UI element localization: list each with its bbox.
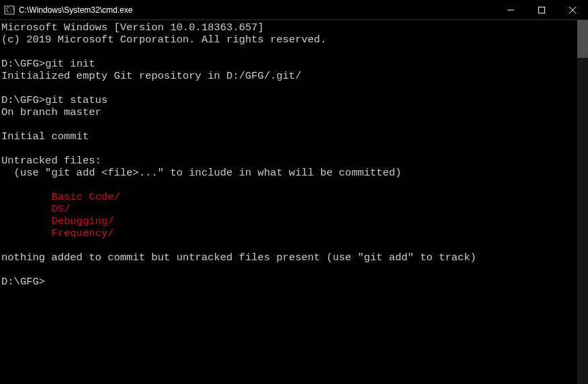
output-line: Initial commit xyxy=(1,130,89,143)
command: git status xyxy=(45,94,108,106)
close-button[interactable] xyxy=(557,0,588,20)
untracked-file: Debugging/ xyxy=(1,215,114,227)
prompt: D:\GFG> xyxy=(1,276,45,288)
command: git init xyxy=(45,58,95,70)
output-line: nothing added to commit but untracked fi… xyxy=(1,252,476,264)
output-line: Initialized empty Git repository in D:/G… xyxy=(1,70,301,82)
minimize-button[interactable] xyxy=(495,0,526,20)
window-title: C:\Windows\System32\cmd.exe xyxy=(19,5,495,15)
window-controls xyxy=(495,0,588,20)
prompt: D:\GFG> xyxy=(1,94,45,106)
svg-rect-3 xyxy=(539,7,545,13)
output-line: (use "git add <file>..." to include in w… xyxy=(1,167,401,179)
prompt: D:\GFG> xyxy=(1,58,45,70)
scrollbar-thumb[interactable] xyxy=(577,20,588,58)
output-line: Untracked files: xyxy=(1,155,101,167)
untracked-file: Basic Code/ xyxy=(1,191,120,203)
terminal-content[interactable]: Microsoft Windows [Version 10.0.18363.65… xyxy=(0,20,577,384)
output-line: (c) 2019 Microsoft Corporation. All righ… xyxy=(1,34,327,46)
titlebar[interactable]: C:\ C:\Windows\System32\cmd.exe xyxy=(0,0,588,20)
untracked-file: DS/ xyxy=(1,203,70,215)
terminal-area: Microsoft Windows [Version 10.0.18363.65… xyxy=(0,20,588,384)
cmd-window: C:\ C:\Windows\System32\cmd.exe Microsof… xyxy=(0,0,588,384)
output-line: On branch master xyxy=(1,106,101,118)
cmd-icon: C:\ xyxy=(4,5,15,15)
svg-text:C:\: C:\ xyxy=(6,7,15,13)
scrollbar[interactable] xyxy=(577,20,588,384)
untracked-file: Frequency/ xyxy=(1,227,114,239)
maximize-button[interactable] xyxy=(526,0,557,20)
output-line: Microsoft Windows [Version 10.0.18363.65… xyxy=(1,22,264,34)
